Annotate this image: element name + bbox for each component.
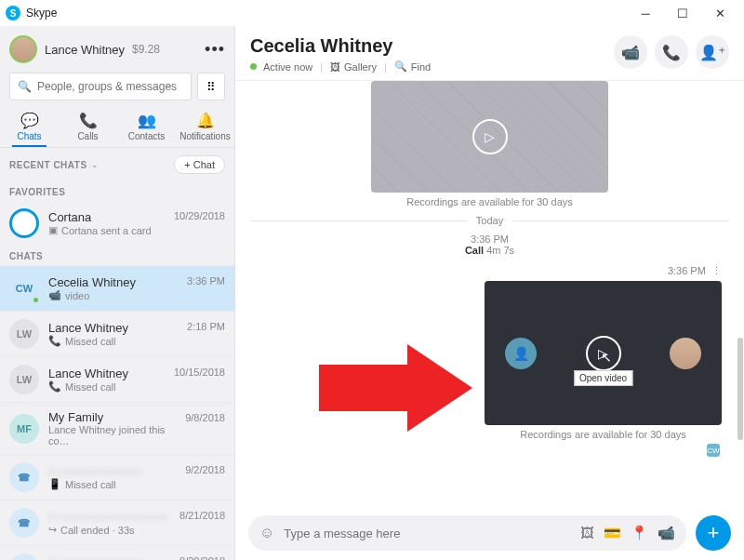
- profile-name: Lance Whitney: [45, 43, 125, 57]
- window-maximize-button[interactable]: ☐: [664, 0, 701, 26]
- svg-marker-0: [319, 344, 472, 432]
- profile-avatar[interactable]: [9, 35, 37, 63]
- chat-status: Active now: [263, 61, 312, 73]
- gallery-icon: 🖼: [330, 61, 340, 73]
- window-titlebar: S Skype ─ ☐ ✕: [0, 0, 744, 26]
- contacts-icon: 👥: [117, 112, 176, 129]
- profile-balance: $9.28: [132, 43, 160, 56]
- conv-phone-3[interactable]: ☎ ÷ ——————— 📱9 8/20/2018: [0, 545, 234, 560]
- conv-phone-2[interactable]: ☎ ÷ ————————— ↪Call ended · 33s 8/21/201…: [0, 500, 234, 545]
- video-call-button[interactable]: 📹: [614, 35, 647, 69]
- conversation-list: Cortana ▣Cortana sent a card 10/29/2018 …: [0, 201, 234, 560]
- recording-card-old[interactable]: ▷: [371, 81, 608, 193]
- phone-icon: 📞: [59, 112, 117, 129]
- conv-phone-1[interactable]: ☎ ÷ ——————— 📱Missed call 9/2/2018: [0, 454, 234, 500]
- chat-icon: 💬: [0, 112, 59, 129]
- conv-lance-1[interactable]: LW Lance Whitney 📞Missed call 2:18 PM: [0, 311, 234, 356]
- recording-note: Recordings are available for 30 days: [250, 196, 729, 207]
- attach-image-button[interactable]: 🖼: [580, 525, 594, 541]
- send-button[interactable]: +: [696, 515, 731, 551]
- missed-call-icon: 📞: [48, 380, 61, 393]
- video-message-button[interactable]: 📹: [658, 525, 675, 541]
- tab-contacts[interactable]: 👥Contacts: [117, 112, 176, 147]
- missed-call-icon: 📞: [48, 335, 61, 347]
- skype-logo-icon: S: [6, 6, 20, 20]
- chat-body[interactable]: ▷ Recordings are available for 30 days T…: [235, 81, 744, 506]
- more-menu-button[interactable]: •••: [205, 40, 225, 60]
- avatar: CW: [9, 273, 39, 303]
- conv-lance-2[interactable]: LW Lance Whitney 📞Missed call 10/15/2018: [0, 356, 234, 402]
- avatar: LW: [9, 319, 39, 349]
- conv-cecelia[interactable]: CW Cecelia Whitney 📹video 3:36 PM: [0, 265, 234, 311]
- new-chat-button[interactable]: + Chat: [174, 155, 225, 174]
- card-icon: ▣: [48, 224, 58, 236]
- conv-cortana[interactable]: Cortana ▣Cortana sent a card 10/29/2018: [0, 201, 234, 246]
- app-name: Skype: [26, 7, 627, 20]
- search-box[interactable]: 🔍: [9, 73, 192, 100]
- emoji-button[interactable]: ☺: [259, 525, 274, 541]
- message-input[interactable]: [284, 527, 580, 540]
- phone-avatar-icon: ☎: [9, 553, 39, 560]
- tooltip-open-video: Open video: [574, 370, 632, 386]
- find-link[interactable]: Find: [411, 61, 431, 73]
- cortana-avatar: [9, 208, 39, 238]
- conv-myfamily[interactable]: MF My Family Lance Whitney joined this c…: [0, 402, 234, 454]
- video-recording-card[interactable]: 👤 ▷ ↖ Open video: [485, 281, 722, 425]
- favorites-label: FAVORITES: [0, 181, 234, 201]
- call-summary: 3:36 PM Call 4m 7s: [250, 233, 729, 256]
- attach-card-button[interactable]: 💳: [604, 525, 621, 541]
- recent-chats-label: RECENT CHATS: [9, 160, 87, 170]
- nav-tabs: 💬Chats 📞Calls 👥Contacts 🔔Notifications: [0, 108, 234, 148]
- tab-calls[interactable]: 📞Calls: [59, 112, 117, 147]
- video-icon: 📹: [48, 289, 61, 301]
- compose-box[interactable]: ☺ 🖼 💳 📍 📹: [248, 515, 686, 551]
- recording-note: Recordings are available for 30 days: [485, 429, 722, 440]
- outgoing-icon: ↪: [48, 524, 57, 536]
- location-button[interactable]: 📍: [631, 525, 648, 541]
- chat-panel: Cecelia Whitney Active now | 🖼 Gallery |…: [235, 26, 744, 560]
- bell-icon: 🔔: [176, 112, 234, 129]
- tab-notifications[interactable]: 🔔Notifications: [176, 112, 234, 147]
- composer: ☺ 🖼 💳 📍 📹 +: [235, 506, 744, 560]
- presence-dot-icon: [250, 63, 257, 70]
- chevron-down-icon[interactable]: ⌄: [91, 160, 99, 169]
- read-receipt-avatar: CW: [707, 444, 720, 457]
- phone-avatar-icon: ☎: [9, 462, 39, 492]
- play-icon[interactable]: ▷: [586, 336, 621, 371]
- gallery-link[interactable]: Gallery: [344, 61, 377, 73]
- participant-avatar-icon: 👤: [505, 338, 537, 369]
- day-separator: Today: [250, 215, 729, 226]
- profile-row[interactable]: Lance Whitney $9.28 •••: [0, 26, 234, 69]
- audio-call-button[interactable]: 📞: [655, 35, 688, 69]
- find-icon: 🔍: [394, 60, 407, 73]
- chat-title: Cecelia Whitney: [250, 35, 614, 57]
- add-person-button[interactable]: 👤⁺: [696, 35, 729, 69]
- tab-chats[interactable]: 💬Chats: [0, 112, 59, 147]
- annotation-arrow-icon: [319, 337, 477, 439]
- sidebar: Lance Whitney $9.28 ••• 🔍 ⠿ 💬Chats 📞Call…: [0, 26, 235, 560]
- avatar: MF: [9, 414, 39, 444]
- search-icon: 🔍: [18, 80, 32, 93]
- play-icon[interactable]: ▷: [472, 119, 508, 154]
- window-close-button[interactable]: ✕: [701, 0, 738, 26]
- mobile-icon: 📱: [48, 478, 61, 490]
- avatar: LW: [9, 365, 39, 394]
- dialpad-button[interactable]: ⠿: [197, 73, 225, 100]
- search-input[interactable]: [37, 80, 183, 93]
- presence-dot-icon: [32, 296, 40, 304]
- phone-avatar-icon: ☎: [9, 508, 39, 538]
- message-timestamp: 3:36 PM ⋮: [250, 265, 722, 277]
- chats-label: CHATS: [0, 246, 234, 265]
- chat-header: Cecelia Whitney Active now | 🖼 Gallery |…: [235, 26, 744, 81]
- participant-avatar: [670, 338, 701, 369]
- window-minimize-button[interactable]: ─: [627, 0, 664, 26]
- scrollbar[interactable]: [737, 110, 743, 482]
